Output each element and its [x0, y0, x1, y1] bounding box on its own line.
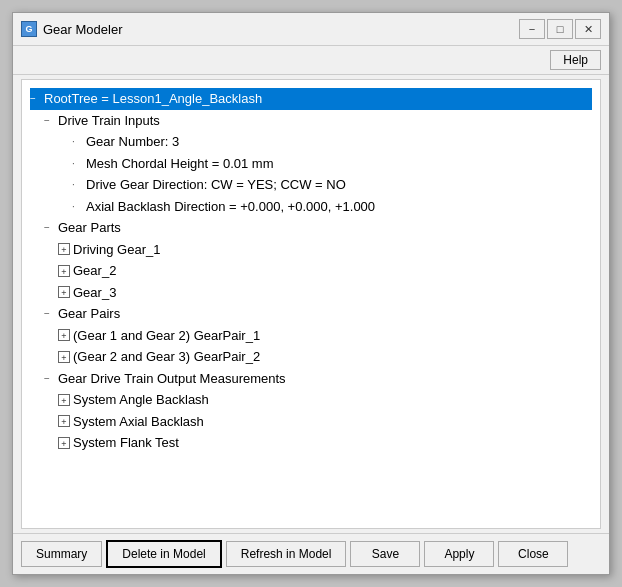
- tree-item-label: Axial Backlash Direction = +0.000, +0.00…: [86, 197, 375, 217]
- tree-item-label: Gear Pairs: [58, 304, 120, 324]
- expand-icon: −: [44, 220, 56, 235]
- close-title-button[interactable]: ✕: [575, 19, 601, 39]
- tree-item-gear-pairs[interactable]: − Gear Pairs: [30, 303, 592, 325]
- tree-item-label: Gear Parts: [58, 218, 121, 238]
- tree-item-label: Gear_3: [73, 283, 116, 303]
- help-button[interactable]: Help: [550, 50, 601, 70]
- expand-icon: −: [44, 306, 56, 321]
- tree-item-label: System Angle Backlash: [73, 390, 209, 410]
- tree-item-label: Drive Gear Direction: CW = YES; CCW = NO: [86, 175, 346, 195]
- expand-box-icon[interactable]: +: [58, 351, 70, 363]
- expand-box-icon[interactable]: +: [58, 265, 70, 277]
- save-button[interactable]: Save: [350, 541, 420, 567]
- tree-item-label: System Axial Backlash: [73, 412, 204, 432]
- tree-item-sys-axial[interactable]: + System Axial Backlash: [30, 411, 592, 433]
- summary-button[interactable]: Summary: [21, 541, 102, 567]
- tree-item-label: (Gear 1 and Gear 2) GearPair_1: [73, 326, 260, 346]
- tree-item-sys-angle[interactable]: + System Angle Backlash: [30, 389, 592, 411]
- tree-item-output-meas[interactable]: − Gear Drive Train Output Measurements: [30, 368, 592, 390]
- delete-in-model-button[interactable]: Delete in Model: [106, 540, 221, 568]
- tree-item-label: Gear_2: [73, 261, 116, 281]
- expand-icon: ·: [72, 177, 84, 192]
- expand-icon: −: [30, 91, 42, 106]
- expand-box-icon[interactable]: +: [58, 329, 70, 341]
- tree-item-label: RootTree = Lesson1_Angle_Backlash: [44, 89, 262, 109]
- tree-item-driving-gear[interactable]: + Driving Gear_1: [30, 239, 592, 261]
- tree-content[interactable]: − RootTree = Lesson1_Angle_Backlash− Dri…: [21, 79, 601, 529]
- expand-box-icon[interactable]: +: [58, 415, 70, 427]
- expand-box-icon[interactable]: +: [58, 394, 70, 406]
- tree-item-label: Drive Train Inputs: [58, 111, 160, 131]
- window-title: Gear Modeler: [43, 22, 122, 37]
- tree-item-label: Mesh Chordal Height = 0.01 mm: [86, 154, 274, 174]
- tree-item-sys-flank[interactable]: + System Flank Test: [30, 432, 592, 454]
- toolbar: Help: [13, 46, 609, 75]
- tree-item-gear-pair1[interactable]: + (Gear 1 and Gear 2) GearPair_1: [30, 325, 592, 347]
- tree-item-gear-pair2[interactable]: + (Gear 2 and Gear 3) GearPair_2: [30, 346, 592, 368]
- expand-icon: ·: [72, 134, 84, 149]
- refresh-in-model-button[interactable]: Refresh in Model: [226, 541, 347, 567]
- expand-icon: −: [44, 371, 56, 386]
- title-bar-left: G Gear Modeler: [21, 21, 122, 37]
- tree-item-gear2[interactable]: + Gear_2: [30, 260, 592, 282]
- tree-item-label: Driving Gear_1: [73, 240, 160, 260]
- expand-icon: ·: [72, 199, 84, 214]
- tree-item-label: Gear Drive Train Output Measurements: [58, 369, 286, 389]
- gear-modeler-window: G Gear Modeler − □ ✕ Help − RootTree = L…: [12, 12, 610, 575]
- footer: Summary Delete in Model Refresh in Model…: [13, 533, 609, 574]
- maximize-button[interactable]: □: [547, 19, 573, 39]
- tree-item-gear-number[interactable]: · Gear Number: 3: [30, 131, 592, 153]
- tree-item-drive-train[interactable]: − Drive Train Inputs: [30, 110, 592, 132]
- close-button[interactable]: Close: [498, 541, 568, 567]
- tree-item-gear-parts[interactable]: − Gear Parts: [30, 217, 592, 239]
- apply-button[interactable]: Apply: [424, 541, 494, 567]
- expand-box-icon[interactable]: +: [58, 286, 70, 298]
- expand-box-icon[interactable]: +: [58, 437, 70, 449]
- tree-item-label: (Gear 2 and Gear 3) GearPair_2: [73, 347, 260, 367]
- tree-item-root[interactable]: − RootTree = Lesson1_Angle_Backlash: [30, 88, 592, 110]
- expand-icon: −: [44, 113, 56, 128]
- title-bar: G Gear Modeler − □ ✕: [13, 13, 609, 46]
- expand-icon: ·: [72, 156, 84, 171]
- minimize-button[interactable]: −: [519, 19, 545, 39]
- tree-item-label: Gear Number: 3: [86, 132, 179, 152]
- tree-item-axial-backlash[interactable]: · Axial Backlash Direction = +0.000, +0.…: [30, 196, 592, 218]
- window-icon: G: [21, 21, 37, 37]
- tree-item-gear3[interactable]: + Gear_3: [30, 282, 592, 304]
- tree-item-label: System Flank Test: [73, 433, 179, 453]
- title-controls: − □ ✕: [519, 19, 601, 39]
- tree-item-drive-gear-dir[interactable]: · Drive Gear Direction: CW = YES; CCW = …: [30, 174, 592, 196]
- tree-item-mesh-chordal[interactable]: · Mesh Chordal Height = 0.01 mm: [30, 153, 592, 175]
- expand-box-icon[interactable]: +: [58, 243, 70, 255]
